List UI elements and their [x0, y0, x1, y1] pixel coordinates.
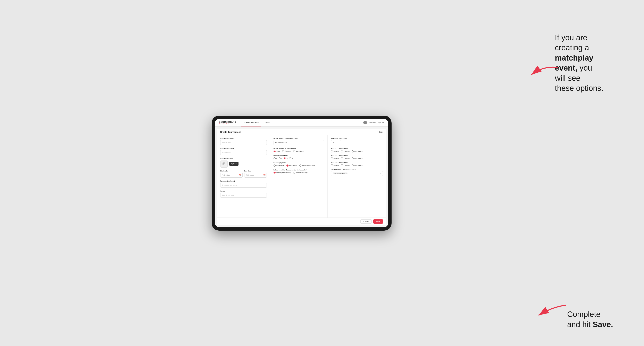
svg-point-1	[223, 163, 224, 164]
round3-foursomes-radio[interactable]	[352, 164, 354, 166]
logo-text: SCOREBOARD	[219, 121, 236, 123]
round1-singles[interactable]: Singles	[331, 150, 339, 153]
cancel-button[interactable]: Cancel	[360, 219, 372, 224]
tournament-host-input[interactable]	[220, 140, 267, 145]
round1-fourball[interactable]: Fourball	[341, 150, 350, 153]
save-button[interactable]: Save	[373, 219, 383, 224]
tournament-logo-label: Tournament logo	[220, 158, 267, 159]
gender-combined[interactable]: Combined	[293, 150, 303, 152]
round1-match-type: Round 1 - Match Type Singles Fourball	[331, 148, 383, 153]
form-footer: Cancel Save	[217, 217, 386, 225]
round-1[interactable]: 1	[274, 157, 277, 159]
round-4-radio[interactable]	[289, 157, 291, 159]
main-content: Create Tournament < Back Tournament Host	[215, 127, 388, 227]
calendar-icon: 📅	[239, 174, 241, 176]
tournament-name-input[interactable]	[220, 150, 267, 155]
scoring-stroke[interactable]: Stroke Play	[274, 165, 284, 167]
nav-tab-teams[interactable]: TEAMS	[261, 119, 273, 127]
scoring-label: Scoring system	[274, 162, 324, 164]
round-4[interactable]: 4	[289, 157, 292, 159]
app-header: SCOREBOARD Powered by clippit TOURNAMENT…	[215, 119, 388, 127]
nav-tabs: TOURNAMENTS TEAMS	[241, 119, 273, 127]
round1-fourball-radio[interactable]	[341, 150, 343, 153]
gender-group: Which gender is the event for? Mens Wome…	[274, 148, 324, 152]
annotation-bold-save: Save.	[593, 320, 613, 329]
round2-fourball-radio[interactable]	[341, 157, 343, 159]
venue-label: Venue	[220, 190, 267, 192]
scoring-match-radio[interactable]	[286, 165, 288, 167]
sponsor-group: Sponsor (optional)	[220, 180, 267, 188]
tournament-logo-group: Tournament logo Upload	[220, 158, 267, 168]
start-date-wrap: 📅	[220, 173, 243, 177]
round-1-radio[interactable]	[274, 157, 276, 159]
calendar-icon-2: 📅	[263, 174, 266, 176]
max-team-size-input[interactable]	[331, 140, 341, 145]
nav-tab-tournaments[interactable]: TOURNAMENTS	[241, 119, 261, 127]
round2-singles[interactable]: Singles	[331, 157, 339, 159]
logo-area: SCOREBOARD Powered by clippit	[219, 121, 236, 124]
round2-match-type: Round 2 - Match Type Singles Fourball	[331, 155, 383, 159]
api-close-icon[interactable]: ×	[346, 173, 346, 174]
gender-combined-radio[interactable]	[293, 150, 295, 152]
end-date-field: End date 📅	[244, 170, 267, 177]
division-group: Which division is the event for? NCAA Di…	[274, 138, 324, 145]
sponsor-input[interactable]	[220, 183, 267, 188]
event-type-radio-group: Teams (+Individuals) Individuals Only	[274, 172, 324, 174]
round3-singles-radio[interactable]	[331, 164, 333, 166]
event-teams[interactable]: Teams (+Individuals)	[274, 172, 291, 174]
tournament-host-group: Tournament Host	[220, 138, 267, 145]
back-link[interactable]: < Back	[377, 131, 383, 133]
round3-foursomes[interactable]: Foursomes	[352, 164, 362, 166]
annotation-arrow-2	[536, 301, 568, 319]
form-left: Tournament Host Tournament name Tourname…	[217, 135, 270, 217]
division-select[interactable]: NCAA Division I	[274, 140, 324, 145]
event-individuals-radio[interactable]	[293, 172, 295, 174]
event-type-group: Is this event for Teams and/or Individua…	[274, 169, 324, 174]
upload-button[interactable]: Upload	[229, 162, 238, 166]
sign-out-link[interactable]: Sign out	[378, 122, 384, 124]
round1-singles-radio[interactable]	[331, 150, 333, 153]
round2-singles-radio[interactable]	[331, 157, 333, 159]
scoring-match[interactable]: Match Play	[286, 165, 297, 167]
event-teams-radio[interactable]	[274, 172, 276, 174]
round3-match-type: Round 3 - Match Type Singles Fourball	[331, 162, 383, 166]
round1-label: Round 1 - Match Type	[331, 148, 383, 149]
logo-placeholder	[220, 160, 228, 168]
round3-radio-group: Singles Fourball Foursomes	[331, 164, 383, 166]
round-2-radio[interactable]	[279, 157, 281, 159]
gender-womens[interactable]: Womens	[282, 150, 291, 152]
gender-mens[interactable]: Mens	[274, 150, 280, 152]
page-background: SCOREBOARD Powered by clippit TOURNAMENT…	[0, 0, 644, 346]
venue-group: Venue	[220, 190, 267, 198]
logo-sub: Powered by clippit	[219, 123, 236, 124]
user-label: Test User |	[368, 122, 376, 124]
round3-fourball[interactable]: Fourball	[341, 164, 350, 166]
scoring-medal[interactable]: Medal Match Play	[299, 165, 315, 167]
form-body: Tournament Host Tournament name Tourname…	[217, 135, 386, 217]
api-select-box[interactable]: Leaderboard King × ▼	[331, 171, 383, 176]
form-header: Create Tournament < Back	[217, 129, 386, 135]
form-right: Maximum Team Size Round 1 - Match Type S…	[328, 135, 386, 217]
round3-singles[interactable]: Singles	[331, 164, 339, 166]
api-dropdown-icon[interactable]: ▼	[380, 173, 381, 174]
round2-foursomes-radio[interactable]	[352, 157, 354, 159]
scoring-stroke-radio[interactable]	[274, 165, 276, 167]
round3-fourball-radio[interactable]	[341, 164, 343, 166]
round1-foursomes-radio[interactable]	[352, 150, 354, 153]
venue-input[interactable]	[220, 193, 267, 198]
round2-foursomes[interactable]: Foursomes	[352, 157, 362, 159]
round-2[interactable]: 2	[279, 157, 282, 159]
form-title: Create Tournament	[220, 131, 241, 133]
tournament-name-group: Tournament name	[220, 148, 267, 155]
scoring-medal-radio[interactable]	[299, 165, 302, 167]
round-3-radio[interactable]	[284, 157, 286, 159]
round2-fourball[interactable]: Fourball	[341, 157, 350, 159]
round1-foursomes[interactable]: Foursomes	[352, 150, 362, 153]
max-team-size-label: Maximum Team Size	[331, 138, 383, 139]
round-3[interactable]: 3	[284, 157, 287, 159]
event-individuals[interactable]: Individuals Only	[293, 172, 307, 174]
gender-womens-radio[interactable]	[282, 150, 284, 152]
gender-mens-radio[interactable]	[274, 150, 276, 152]
annotation-bottom: Complete and hit Save.	[567, 309, 633, 330]
logo-upload-area: Upload	[220, 160, 267, 168]
